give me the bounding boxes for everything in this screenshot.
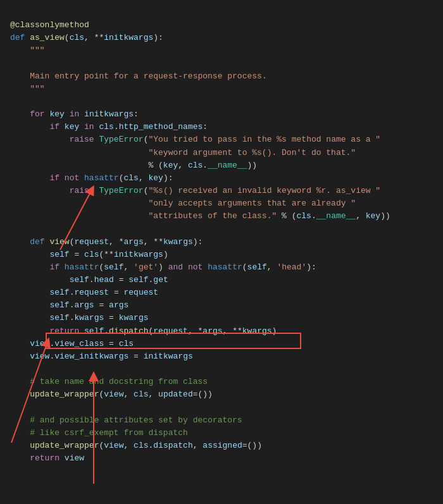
line-23: self.args = args	[10, 300, 128, 310]
line-26: view.view_class = cls	[10, 339, 134, 348]
def-kw: def	[10, 33, 25, 42]
line-33: # like csrf_exempt from dispatch	[10, 428, 188, 438]
line-15: "only accepts arguments that are already…	[10, 199, 356, 208]
line-32: # and possible attributes set by decorat…	[10, 415, 242, 425]
line-20: if hasattr(self, 'get') and not hasattr(…	[10, 262, 316, 272]
line-13: if not hasattr(cls, key):	[10, 173, 173, 183]
line-11: "keyword argument to %s(). Don't do that…	[10, 148, 356, 157]
line-12: % (key, cls.__name__))	[10, 161, 257, 170]
line-8: for key in initkwargs:	[10, 109, 139, 119]
line-24: self.kwargs = kwargs	[10, 313, 149, 323]
line-30: update_wrapper(view, cls, updated=())	[10, 390, 213, 399]
line-29: # take name and docstring from class	[10, 377, 208, 386]
line-16: "attributes of the class." % (cls.__name…	[10, 211, 390, 221]
line-19: self = cls(**initkwargs)	[10, 250, 168, 259]
line-1: @classonlymethod	[10, 20, 89, 30]
line-22: self.request = request	[10, 288, 158, 297]
line-25: return self.dispatch(request, *args, **k…	[10, 326, 277, 336]
func-name: as_view	[30, 33, 65, 42]
line-9: if key in cls.http_method_names:	[10, 122, 208, 132]
line-5: Main entry point for a request-response …	[10, 71, 267, 81]
line-34: update_wrapper(view, cls.dispatch, assig…	[10, 441, 262, 450]
line-21: self.head = self.get	[10, 275, 168, 285]
line-14: raise TypeError("%s() received an invali…	[10, 186, 380, 195]
decorator: @classonlymethod	[10, 20, 89, 30]
code-block: @classonlymethod def as_view(cls, **init…	[0, 0, 443, 471]
line-27: view.view_initkwargs = initkwargs	[10, 352, 193, 361]
line-18: def view(request, *args, **kwargs):	[10, 237, 203, 247]
line-6: """	[10, 84, 45, 94]
line-10: raise TypeError("You tried to pass in th…	[10, 135, 380, 144]
line-2: def as_view(cls, **initkwargs):	[10, 33, 163, 42]
line-35: return view	[10, 453, 84, 463]
line-3: """	[10, 46, 45, 55]
